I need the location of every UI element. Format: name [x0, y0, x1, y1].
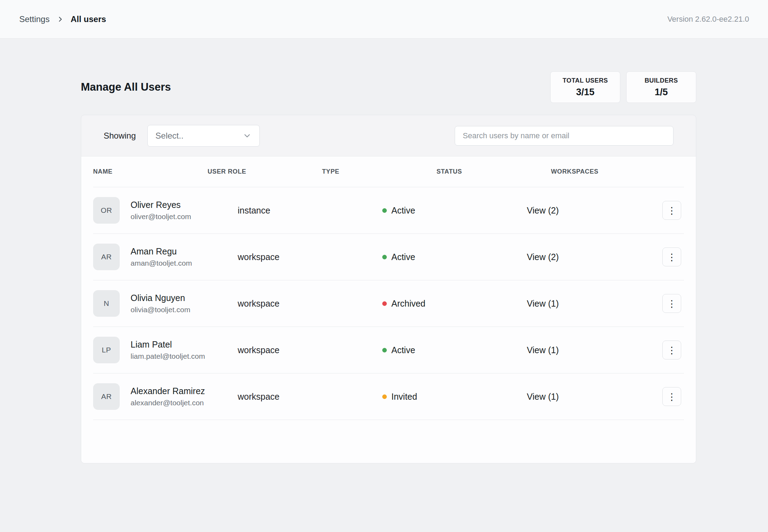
user-email: liam.patel@tooljet.com — [131, 352, 205, 360]
name-cell: AR Aman Regu aman@tooljet.com — [93, 244, 238, 270]
column-header: WORKSPACES — [551, 168, 665, 175]
status-dot — [382, 208, 387, 213]
kebab-icon: ⋮ — [667, 299, 677, 308]
user-name: Aman Regu — [131, 246, 192, 257]
main-content: Manage All Users TOTAL USERS 3/15 BUILDE… — [0, 71, 768, 463]
user-role: workspace — [238, 299, 382, 309]
avatar-initials: LP — [102, 346, 111, 354]
column-header: USER ROLE — [208, 168, 322, 175]
chevron-right-icon — [57, 16, 64, 23]
status-dot — [382, 301, 387, 306]
name-block: Liam Patel liam.patel@tooljet.com — [131, 340, 205, 360]
avatar-initials: AR — [101, 253, 112, 261]
name-block: Alexander Ramirez alexander@tooljet.con — [131, 386, 205, 407]
user-status: Archived — [382, 299, 527, 309]
user-status: Invited — [382, 392, 527, 402]
users-table: NAMEUSER ROLETYPESTATUSWORKSPACES OR Oli… — [81, 156, 696, 463]
filter-bar: Showing Select.. — [81, 115, 696, 156]
name-block: Oliver Reyes oliver@tooljet.com — [131, 200, 191, 221]
chevron-down-icon — [243, 131, 252, 140]
name-cell: LP Liam Patel liam.patel@tooljet.com — [93, 337, 238, 363]
builders-value: 1/5 — [655, 87, 668, 98]
name-cell: N Olivia Nguyen olivia@tooljet.com — [93, 290, 238, 317]
breadcrumb-all-users: All users — [71, 14, 106, 24]
filter-select[interactable]: Select.. — [147, 125, 260, 147]
avatar: AR — [93, 244, 120, 270]
status-label: Active — [391, 252, 415, 262]
user-role: instance — [238, 205, 382, 216]
kebab-icon: ⋮ — [667, 345, 677, 355]
name-cell: AR Alexander Ramirez alexander@tooljet.c… — [93, 383, 238, 410]
name-block: Aman Regu aman@tooljet.com — [131, 246, 192, 267]
workspaces-view-link[interactable]: View (1) — [527, 392, 671, 402]
topbar: Settings All users Version 2.62.0-ee2.21… — [0, 0, 768, 38]
user-email: aman@tooljet.com — [131, 259, 192, 267]
table-row: AR Alexander Ramirez alexander@tooljet.c… — [93, 373, 684, 420]
showing-label: Showing — [104, 131, 136, 141]
builders-label: BUILDERS — [644, 77, 678, 84]
page-title: Manage All Users — [81, 81, 171, 93]
user-status: Active — [382, 345, 527, 355]
table-row: LP Liam Patel liam.patel@tooljet.com wor… — [93, 327, 684, 373]
table-row: OR Oliver Reyes oliver@tooljet.com insta… — [93, 187, 684, 234]
column-header: NAME — [93, 168, 208, 175]
total-users-value: 3/15 — [576, 87, 595, 98]
user-role: workspace — [238, 345, 382, 355]
user-email: oliver@tooljet.com — [131, 212, 191, 221]
row-menu-button[interactable]: ⋮ — [662, 294, 681, 313]
workspaces-view-link[interactable]: View (1) — [527, 345, 671, 355]
name-cell: OR Oliver Reyes oliver@tooljet.com — [93, 197, 238, 224]
avatar: AR — [93, 383, 120, 410]
row-menu-button[interactable]: ⋮ — [662, 341, 681, 359]
kebab-icon: ⋮ — [667, 392, 677, 401]
stats-cards: TOTAL USERS 3/15 BUILDERS 1/5 — [550, 71, 696, 103]
workspaces-view-link[interactable]: View (1) — [527, 299, 671, 309]
table-body: OR Oliver Reyes oliver@tooljet.com insta… — [93, 187, 684, 420]
breadcrumb-settings[interactable]: Settings — [19, 14, 50, 24]
user-role: workspace — [238, 392, 382, 402]
search-input[interactable] — [455, 126, 673, 146]
user-name: Olivia Nguyen — [131, 293, 190, 303]
breadcrumb: Settings All users — [19, 14, 106, 24]
row-menu-button[interactable]: ⋮ — [662, 387, 681, 406]
builders-card: BUILDERS 1/5 — [626, 71, 696, 103]
user-email: alexander@tooljet.con — [131, 399, 205, 407]
status-dot — [382, 348, 387, 352]
row-menu-button[interactable]: ⋮ — [662, 247, 681, 266]
user-status: Active — [382, 205, 527, 216]
row-menu-button[interactable]: ⋮ — [662, 201, 681, 220]
avatar-initials: OR — [101, 206, 112, 215]
status-dot — [382, 255, 387, 259]
user-name: Oliver Reyes — [131, 200, 191, 210]
status-label: Invited — [391, 392, 417, 402]
table-row: N Olivia Nguyen olivia@tooljet.com works… — [93, 280, 684, 327]
avatar: OR — [93, 197, 120, 224]
table-header-row: NAMEUSER ROLETYPESTATUSWORKSPACES — [93, 156, 684, 187]
status-dot — [382, 394, 387, 399]
page-header: Manage All Users TOTAL USERS 3/15 BUILDE… — [81, 71, 696, 103]
column-header: STATUS — [437, 168, 551, 175]
workspaces-view-link[interactable]: View (2) — [527, 205, 671, 216]
user-status: Active — [382, 252, 527, 262]
name-block: Olivia Nguyen olivia@tooljet.com — [131, 293, 190, 314]
status-label: Active — [391, 205, 415, 216]
users-panel: Showing Select.. NAMEUSER ROLETYPESTATUS… — [81, 115, 696, 463]
table-row: AR Aman Regu aman@tooljet.com workspace … — [93, 234, 684, 280]
avatar: N — [93, 290, 120, 317]
user-name: Alexander Ramirez — [131, 386, 205, 396]
kebab-icon: ⋮ — [667, 206, 677, 215]
kebab-icon: ⋮ — [667, 252, 677, 262]
avatar-initials: N — [104, 299, 109, 308]
total-users-label: TOTAL USERS — [563, 77, 608, 84]
total-users-card: TOTAL USERS 3/15 — [550, 71, 620, 103]
user-role: workspace — [238, 252, 382, 262]
status-label: Archived — [391, 299, 425, 309]
workspaces-view-link[interactable]: View (2) — [527, 252, 671, 262]
user-name: Liam Patel — [131, 340, 205, 350]
filter-select-value: Select.. — [155, 131, 183, 141]
user-email: olivia@tooljet.com — [131, 306, 190, 314]
column-header: TYPE — [322, 168, 437, 175]
version-label: Version 2.62.0-ee2.21.0 — [667, 15, 749, 24]
avatar: LP — [93, 337, 120, 363]
status-label: Active — [391, 345, 415, 355]
